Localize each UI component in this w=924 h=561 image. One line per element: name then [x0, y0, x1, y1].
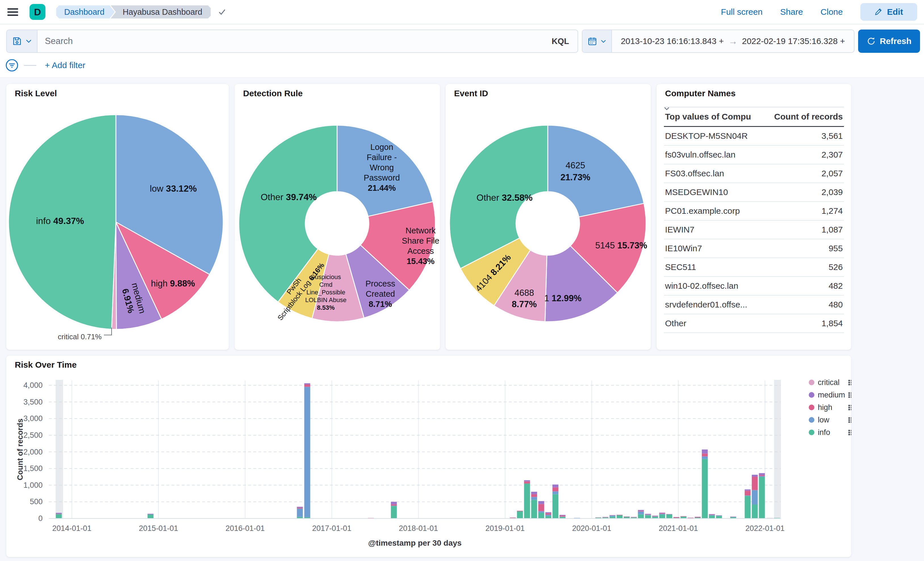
bar-segment-info[interactable] — [553, 494, 558, 518]
event-id-donut-chart[interactable]: 462521.73%5145 15.73%1 12.99%46888.77%41… — [446, 84, 651, 350]
bar-segment-high[interactable] — [610, 515, 616, 515]
space-avatar[interactable]: D — [30, 4, 45, 20]
legend-item-low[interactable]: low — [809, 416, 851, 424]
bar-segment-low[interactable] — [610, 515, 616, 516]
legend-actions-icon[interactable] — [849, 422, 850, 423]
bar-segment-low[interactable] — [730, 517, 736, 517]
check-icon[interactable] — [217, 7, 227, 17]
legend-actions-icon[interactable] — [851, 407, 851, 408]
bar-segment-low[interactable] — [538, 511, 544, 513]
date-quick-menu[interactable] — [582, 30, 612, 52]
bar-segment-low[interactable] — [391, 506, 397, 506]
saved-query-menu[interactable] — [7, 30, 38, 52]
bar-segment-info[interactable] — [391, 506, 397, 518]
bar-segment-high[interactable] — [517, 511, 523, 512]
legend-item-medium[interactable]: medium — [809, 391, 851, 399]
bar-segment-info[interactable] — [531, 500, 537, 518]
legend-actions-icon[interactable] — [849, 419, 850, 421]
risk-over-time-bar-chart[interactable]: 05001,0001,5002,0002,5003,0003,5004,0002… — [6, 356, 851, 557]
legend-actions-icon[interactable] — [849, 384, 850, 385]
bar-segment-info[interactable] — [148, 514, 154, 518]
bar-segment-high[interactable] — [752, 477, 758, 490]
date-range-picker[interactable]: 2013-10-23 16:16:13.843 + → 2022-02-19 1… — [582, 30, 854, 53]
bar-segment-medium[interactable] — [624, 516, 630, 517]
bar-segment-low[interactable] — [709, 515, 715, 516]
legend-actions-icon[interactable] — [851, 409, 851, 410]
date-to[interactable]: 2022-02-19 17:35:16.328 + — [742, 36, 845, 46]
bar-segment-low[interactable] — [702, 456, 708, 459]
legend-actions-icon[interactable] — [851, 419, 851, 421]
legend-actions-icon[interactable] — [851, 432, 851, 433]
bar-segment-medium[interactable] — [688, 518, 694, 518]
table-row[interactable]: PC01.example.corp1,274 — [664, 202, 844, 220]
table-row[interactable]: Other1,854 — [664, 314, 844, 333]
bar-segment-high[interactable] — [546, 513, 552, 515]
bar-segment-high[interactable] — [702, 454, 708, 456]
table-row[interactable]: MSEDGEWIN102,039 — [664, 183, 844, 202]
bar-segment-medium[interactable] — [297, 507, 303, 508]
bar-segment-high[interactable] — [297, 508, 303, 508]
legend-actions-icon[interactable] — [851, 430, 851, 431]
legend-actions-icon[interactable] — [851, 392, 851, 394]
bar-segment-medium[interactable] — [659, 513, 665, 513]
bar-segment-medium[interactable] — [716, 515, 722, 516]
breadcrumb-dashboard[interactable]: Dashboard — [56, 5, 115, 18]
bar-segment-high[interactable] — [645, 514, 651, 515]
legend-actions-icon[interactable] — [851, 422, 851, 423]
bar-segment-medium[interactable] — [56, 513, 62, 514]
bar-segment-medium[interactable] — [752, 475, 758, 477]
bar-segment-medium[interactable] — [560, 515, 566, 516]
pie-slice-4625[interactable] — [548, 125, 644, 217]
bar-segment-low[interactable] — [759, 476, 765, 477]
bar-segment-low[interactable] — [531, 497, 537, 500]
bar-segment-info[interactable] — [56, 514, 62, 518]
bar-segment-medium[interactable] — [745, 489, 751, 491]
bar-segment-info[interactable] — [645, 515, 651, 518]
legend-actions-icon[interactable] — [849, 434, 850, 435]
bar-segment-low[interactable] — [745, 495, 751, 496]
legend-actions-icon[interactable] — [851, 434, 851, 435]
kql-language-button[interactable]: KQL — [552, 37, 569, 46]
refresh-button[interactable]: Refresh — [858, 30, 920, 53]
bar-segment-info[interactable] — [759, 477, 765, 518]
bar-segment-medium[interactable] — [695, 517, 701, 517]
bar-segment-high[interactable] — [510, 518, 516, 518]
legend-actions-icon[interactable] — [849, 392, 850, 394]
bar-segment-medium[interactable] — [709, 514, 715, 515]
detection-rule-donut-chart[interactable]: LogonFailure -WrongPassword21.44%Network… — [234, 84, 440, 350]
bar-segment-high[interactable] — [659, 513, 665, 514]
legend-actions-icon[interactable] — [851, 405, 851, 406]
bar-segment-high[interactable] — [695, 517, 701, 518]
bar-segment-medium[interactable] — [645, 514, 651, 514]
bar-segment-low[interactable] — [553, 492, 558, 494]
legend-item-high[interactable]: high — [809, 403, 851, 412]
bar-segment-medium[interactable] — [391, 502, 397, 504]
bar-segment-high[interactable] — [596, 517, 602, 518]
bar-segment-high[interactable] — [681, 516, 687, 516]
bar-segment-medium[interactable] — [638, 510, 644, 511]
bar-segment-high[interactable] — [538, 504, 544, 511]
bar-segment-medium[interactable] — [553, 484, 558, 488]
legend-actions-icon[interactable] — [849, 382, 850, 383]
legend-actions-icon[interactable] — [851, 380, 851, 381]
menu-icon[interactable] — [8, 6, 18, 18]
bar-segment-low[interactable] — [716, 516, 722, 516]
bar-segment-medium[interactable] — [759, 473, 765, 475]
bar-segment-high[interactable] — [666, 514, 672, 514]
risk-level-pie-chart[interactable]: low 33.12%high 9.88%medium6.91%critical … — [6, 84, 229, 350]
bar-segment-high[interactable] — [638, 511, 644, 512]
bar-segment-high[interactable] — [745, 490, 751, 495]
full-screen-link[interactable]: Full screen — [721, 7, 763, 17]
bar-segment-info[interactable] — [666, 514, 672, 518]
bar-segment-low[interactable] — [652, 516, 658, 517]
legend-actions-icon[interactable] — [851, 417, 851, 419]
bar-segment-info[interactable] — [702, 459, 708, 518]
bar-segment-medium[interactable] — [304, 383, 310, 384]
bar-segment-medium[interactable] — [666, 514, 672, 514]
bar-segment-low[interactable] — [560, 516, 566, 517]
bar-segment-info[interactable] — [517, 512, 523, 518]
legend-actions-icon[interactable] — [849, 432, 850, 433]
bar-segment-medium[interactable] — [702, 449, 708, 453]
bar-segment-low[interactable] — [638, 512, 644, 514]
bar-segment-low[interactable] — [752, 490, 758, 504]
